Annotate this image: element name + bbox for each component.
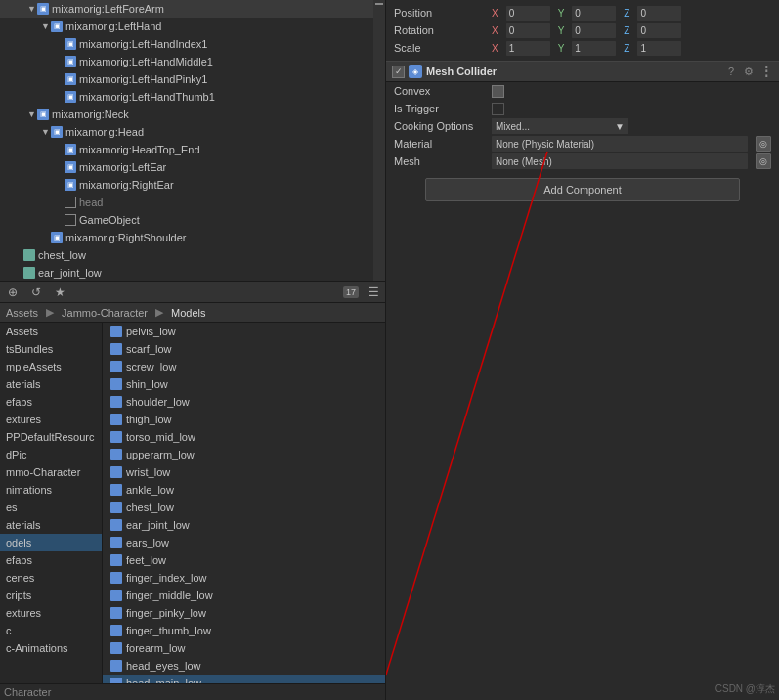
hierarchy-item[interactable]: ▣ mixamorig:Neck [0,106,385,123]
position-label: Position [394,7,492,19]
sidebar-label: nimations [6,484,52,496]
rotation-x-input[interactable] [506,23,550,38]
count-badge: 17 [343,286,359,298]
sidebar-item-materials2[interactable]: aterials [0,516,102,534]
hierarchy-toolbar: ⊕ ↺ ★ 17 ☰ [0,281,386,302]
sidebar-item-es[interactable]: es [0,499,102,516]
sidebar-item-jammochar[interactable]: mmo-Character [0,463,102,481]
x-label: X [492,8,498,19]
hierarchy-item[interactable]: ▣ mixamorig:LeftHandIndex1 [0,35,385,53]
z-label: Z [624,8,629,19]
asset-item-earjoint[interactable]: ear_joint_low [103,516,385,534]
hierarchy-item-head[interactable]: head [0,194,385,211]
sidebar-item-extures2[interactable]: extures [0,604,102,622]
add-component-button[interactable]: Add Component [425,178,740,201]
hierarchy-item[interactable]: chest_low [0,246,385,264]
filter-btn[interactable]: ↺ [27,284,45,301]
asset-item-fingerpinky[interactable]: finger_pinky_low [103,604,385,622]
breadcrumb-models[interactable]: Models [171,307,205,319]
rotation-z-input[interactable] [637,23,681,38]
hierarchy-item[interactable]: GameObject [0,211,385,229]
hierarchy-item[interactable]: ▣ mixamorig:LeftForeArm [0,0,385,18]
asset-item-fingerindex[interactable]: finger_index_low [103,569,385,587]
add-btn[interactable]: ⊕ [4,284,22,301]
hierarchy-item[interactable]: ▣ mixamorig:LeftEar [0,158,385,176]
hierarchy-item[interactable]: ear_joint_low [0,264,385,282]
sidebar-item-dpic[interactable]: dPic [0,446,102,463]
sidebar-item-mpleassets[interactable]: mpleAssets [0,358,102,375]
asset-item-headeyes[interactable]: head_eyes_low [103,657,385,675]
sidebar-label: cripts [6,590,31,601]
asset-item-fingermiddle[interactable]: finger_middle_low [103,587,385,604]
position-z-input[interactable] [637,6,681,21]
position-value: X Y Z [492,6,771,21]
scale-y-input[interactable] [572,41,616,56]
asset-label: finger_middle_low [126,590,213,601]
hierarchy-item[interactable]: ▣ mixamorig:HeadTop_End [0,141,385,158]
material-pick-btn[interactable]: ◎ [756,136,771,152]
asset-item-chest[interactable]: chest_low [103,499,385,516]
settings-icon[interactable]: ⚙ [742,65,756,78]
asset-label: torso_mid_low [126,431,195,443]
star-btn[interactable]: ★ [51,284,68,301]
asset-label: finger_thumb_low [126,625,211,636]
y-label: Y [558,8,565,19]
sidebar-item-efabs2[interactable]: efabs [0,551,102,569]
sidebar-label: tsBundles [6,343,53,355]
position-x-input[interactable] [506,6,550,21]
sidebar-item-tsbundles[interactable]: tsBundles [0,340,102,358]
more-btn[interactable]: ☰ [365,284,382,301]
sidebar-item-ppdefault[interactable]: PPDefaultResourc [0,428,102,446]
mesh-icon [110,590,122,601]
component-toggle[interactable]: ✓ [392,66,405,78]
sidebar-item-c[interactable]: c [0,622,102,639]
rotation-y-input[interactable] [572,23,616,38]
hierarchy-item[interactable]: ▣ mixamorig:RightShoulder [0,229,385,246]
asset-item-ankle[interactable]: ankle_low [103,481,385,499]
scale-x-input[interactable] [506,41,550,56]
asset-item-upperarm[interactable]: upperarm_low [103,446,385,463]
sidebar-item-cenes[interactable]: cenes [0,569,102,587]
hierarchy-item[interactable]: ▣ mixamorig:RightEar [0,176,385,194]
asset-item-fingerthumb[interactable]: finger_thumb_low [103,622,385,639]
is-trigger-checkbox[interactable] [492,103,504,115]
mesh-pick-btn[interactable]: ◎ [756,153,771,169]
asset-item-screw[interactable]: screw_low [103,358,385,375]
kebab-icon[interactable]: ⋮ [759,65,773,78]
hierarchy-item[interactable]: ▣ mixamorig:LeftHand [0,18,385,35]
hierarchy-item[interactable]: ▣ mixamorig:LeftHandPinky1 [0,70,385,88]
asset-item-forearm[interactable]: forearm_low [103,639,385,657]
help-icon[interactable]: ? [724,65,738,78]
asset-item-wrist[interactable]: wrist_low [103,463,385,481]
sidebar-item-efabs[interactable]: efabs [0,393,102,411]
sidebar-item-canimations[interactable]: c-Animations [0,639,102,657]
cooking-options-dropdown[interactable]: Mixed... ▼ [492,118,628,134]
asset-item-torso[interactable]: torso_mid_low [103,428,385,446]
hierarchy-item[interactable]: ▣ mixamorig:Head [0,123,385,141]
asset-item-shin[interactable]: shin_low [103,375,385,393]
ry-label: Y [558,25,565,36]
sidebar-label: efabs [6,396,32,408]
asset-item-shoulder[interactable]: shoulder_low [103,393,385,411]
sidebar-item-extures[interactable]: extures [0,411,102,428]
convex-checkbox[interactable] [492,85,504,98]
position-y-input[interactable] [572,6,616,21]
sidebar-item-materials[interactable]: aterials [0,375,102,393]
sidebar-item-models[interactable]: odels [0,534,102,551]
asset-item-thigh[interactable]: thigh_low [103,411,385,428]
asset-item-scarf[interactable]: scarf_low [103,340,385,358]
asset-item-feet[interactable]: feet_low [103,551,385,569]
hierarchy-item[interactable]: ▣ mixamorig:LeftHandMiddle1 [0,53,385,70]
asset-item-ears[interactable]: ears_low [103,534,385,551]
sidebar-item-assets[interactable]: Assets [0,323,102,340]
hierarchy-item[interactable]: ▣ mixamorig:LeftHandThumb1 [0,88,385,106]
asset-item-pelvis[interactable]: pelvis_low [103,323,385,340]
breadcrumb-jammo[interactable]: Jammo-Character [62,307,148,319]
sidebar-item-animations[interactable]: nimations [0,481,102,499]
breadcrumb-assets[interactable]: Assets [6,307,38,319]
convex-value [492,85,771,98]
asset-label: feet_low [126,554,166,566]
asset-label: upperarm_low [126,449,195,460]
scale-z-input[interactable] [637,41,681,56]
sidebar-item-cripts[interactable]: cripts [0,587,102,604]
